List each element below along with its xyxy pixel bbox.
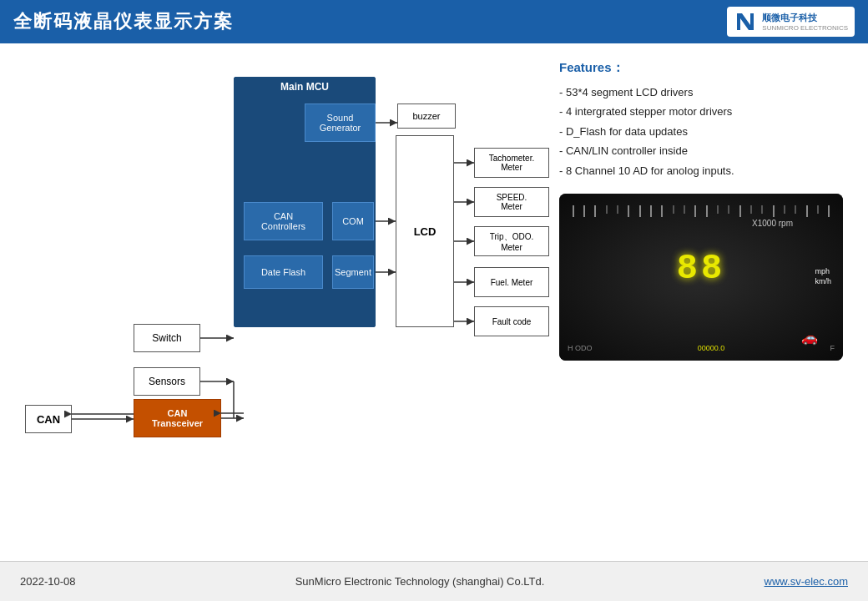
sensors-box: Sensors [134, 367, 200, 396]
buzzer-box: buzzer [397, 104, 456, 129]
logo-sub: SUNMICRO ELECTRONICS [762, 24, 848, 32]
sound-generator-box: Sound Generator [305, 104, 376, 142]
can-box: CAN [25, 405, 72, 433]
instrument-background: X1000 rpm 88 mph km/h H ODO 00000.0 F 🚗 [559, 194, 843, 361]
speed-kmh: km/h [815, 277, 831, 287]
segment-box: Segment [332, 255, 374, 289]
page-title: 全断码液晶仪表显示方案 [13, 9, 234, 34]
feature-item-2: - 4 intergrated stepper motor drivers [559, 102, 860, 121]
logo-name: 顺微电子科技 [762, 12, 848, 24]
tick [583, 205, 585, 217]
switch-box: Switch [134, 324, 200, 352]
footer-company: SunMicro Electronic Technology (shanghai… [295, 575, 545, 588]
can-transceiver-box: CAN Transceiver [134, 399, 221, 437]
date-flash-box: Date Flash [244, 255, 323, 289]
main-content: Main MCU Sound Generator CAN Controllers… [0, 43, 868, 561]
instr-f-label: F [830, 344, 835, 352]
header: 全断码液晶仪表显示方案 顺微电子科技 SUNMICRO ELECTRONICS [0, 0, 868, 43]
footer-url: www.sv-elec.com [765, 575, 848, 588]
features-list: - 53*4 segment LCD drivers - 4 intergrat… [559, 83, 860, 180]
lcd-box: LCD [396, 135, 454, 327]
speed-mph: mph [815, 267, 831, 277]
com-box: COM [332, 202, 374, 240]
tick [750, 205, 752, 214]
diagram-area: Main MCU Sound Generator CAN Controllers… [8, 60, 542, 553]
tick [617, 205, 618, 214]
can-controllers-box: CAN Controllers [244, 202, 323, 240]
tick [661, 205, 663, 217]
car-icon: 🚗 [801, 330, 818, 346]
tick [673, 205, 674, 214]
tick [639, 205, 641, 217]
mcu-title: Main MCU [234, 81, 376, 93]
instrument-display: X1000 rpm 88 mph km/h H ODO 00000.0 F 🚗 [559, 194, 843, 361]
trip-odo-box: Trip、ODO. Meter [474, 226, 549, 256]
tachometer-box: Tachometer. Meter [474, 148, 549, 178]
fuel-meter-box: Fuel. Meter [474, 267, 549, 297]
instrument-digits: 88 [677, 249, 725, 289]
tick [806, 205, 808, 217]
tick [784, 205, 785, 214]
logo-icon [734, 10, 757, 33]
logo-area: 顺微电子科技 SUNMICRO ELECTRONICS [727, 7, 855, 37]
tick [573, 205, 574, 217]
rpm-label: X1000 rpm [752, 219, 793, 228]
feature-item-1: - 53*4 segment LCD drivers [559, 83, 860, 102]
tick [628, 205, 629, 217]
tick [706, 205, 708, 217]
tick [606, 205, 608, 214]
tick [739, 205, 741, 217]
speed-unit: mph km/h [815, 267, 831, 286]
tick [684, 205, 685, 214]
tick [795, 205, 796, 214]
tick [728, 205, 729, 214]
features-area: Features： - 53*4 segment LCD drivers - 4… [542, 60, 860, 553]
tick [694, 205, 696, 217]
feature-item-3: - D_Flash for data updates [559, 122, 860, 141]
footer: 2022-10-08 SunMicro Electronic Technolog… [0, 561, 868, 601]
instr-odo-value: 00000.0 [698, 344, 725, 352]
fault-code-box: Fault code [474, 306, 549, 336]
tick [761, 205, 763, 214]
instrument-bottom: H ODO 00000.0 F [568, 344, 835, 352]
tick [828, 205, 830, 217]
svg-marker-0 [737, 13, 754, 30]
speed-meter-box: SPEED. Meter [474, 187, 549, 217]
tick [650, 205, 652, 217]
feature-item-5: - 8 Channel 10 AD for anolog inputs. [559, 161, 860, 180]
tick [817, 205, 819, 214]
tick [594, 205, 596, 217]
instr-h-label: H ODO [568, 344, 593, 352]
tick-marks [568, 205, 835, 217]
features-title: Features： [559, 60, 860, 76]
footer-date: 2022-10-08 [20, 575, 76, 588]
tick [773, 205, 775, 217]
feature-item-4: - CAN/LIN controller inside [559, 141, 860, 160]
tick [717, 205, 719, 214]
